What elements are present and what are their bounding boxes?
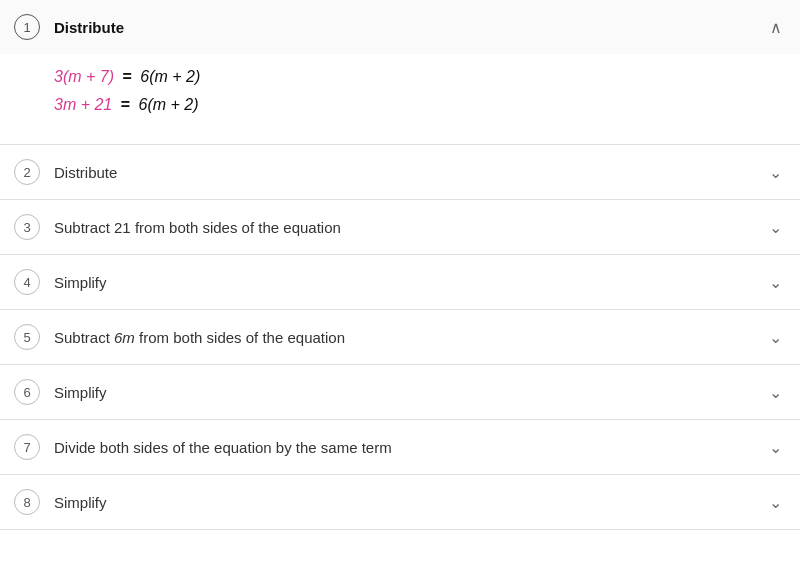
step-6-header[interactable]: 6 Simplify ⌄ — [0, 365, 800, 419]
step-8-chevron-down-icon: ⌄ — [769, 493, 782, 512]
step-3-chevron-down-icon: ⌄ — [769, 218, 782, 237]
step-7-header[interactable]: 7 Divide both sides of the equation by t… — [0, 420, 800, 474]
step-1-number: 1 — [14, 14, 40, 40]
step-5-number: 5 — [14, 324, 40, 350]
step-5-label: Subtract 6m from both sides of the equat… — [54, 329, 761, 346]
step-5-chevron-down-icon: ⌄ — [769, 328, 782, 347]
step-7: 7 Divide both sides of the equation by t… — [0, 420, 800, 475]
step-2-label: Distribute — [54, 164, 761, 181]
step-4-chevron-down-icon: ⌄ — [769, 273, 782, 292]
step-8-number: 8 — [14, 489, 40, 515]
step-1-chevron-up-icon: ∧ — [770, 18, 782, 37]
math-line-2: 3m + 21 = 6(m + 2) — [54, 96, 782, 114]
math-line-1-pink: 3(m + 7) — [54, 68, 114, 85]
step-1: 1 Distribute ∧ 3(m + 7) = 6(m + 2) 3m + … — [0, 0, 800, 145]
step-6: 6 Simplify ⌄ — [0, 365, 800, 420]
step-2-header[interactable]: 2 Distribute ⌄ — [0, 145, 800, 199]
step-5-header[interactable]: 5 Subtract 6m from both sides of the equ… — [0, 310, 800, 364]
step-6-chevron-down-icon: ⌄ — [769, 383, 782, 402]
step-8: 8 Simplify ⌄ — [0, 475, 800, 530]
step-3-number: 3 — [14, 214, 40, 240]
step-3: 3 Subtract 21 from both sides of the equ… — [0, 200, 800, 255]
step-1-content: 3(m + 7) = 6(m + 2) 3m + 21 = 6(m + 2) — [0, 54, 800, 144]
step-4-label: Simplify — [54, 274, 761, 291]
step-7-label: Divide both sides of the equation by the… — [54, 439, 761, 456]
math-line-1-black: 6(m + 2) — [140, 68, 200, 85]
step-2-chevron-down-icon: ⌄ — [769, 163, 782, 182]
step-2-number: 2 — [14, 159, 40, 185]
math-line-2-eq: = — [121, 96, 130, 113]
math-line-1: 3(m + 7) = 6(m + 2) — [54, 68, 782, 86]
step-1-label: Distribute — [54, 19, 762, 36]
step-5: 5 Subtract 6m from both sides of the equ… — [0, 310, 800, 365]
math-line-2-black: 6(m + 2) — [139, 96, 199, 113]
step-6-number: 6 — [14, 379, 40, 405]
step-3-header[interactable]: 3 Subtract 21 from both sides of the equ… — [0, 200, 800, 254]
step-1-header[interactable]: 1 Distribute ∧ — [0, 0, 800, 54]
math-line-1-eq: = — [122, 68, 131, 85]
step-4: 4 Simplify ⌄ — [0, 255, 800, 310]
step-4-number: 4 — [14, 269, 40, 295]
step-4-header[interactable]: 4 Simplify ⌄ — [0, 255, 800, 309]
math-line-2-pink: 3m + 21 — [54, 96, 112, 113]
step-3-label: Subtract 21 from both sides of the equat… — [54, 219, 761, 236]
step-6-label: Simplify — [54, 384, 761, 401]
step-7-number: 7 — [14, 434, 40, 460]
step-8-label: Simplify — [54, 494, 761, 511]
step-2: 2 Distribute ⌄ — [0, 145, 800, 200]
step-7-chevron-down-icon: ⌄ — [769, 438, 782, 457]
step-8-header[interactable]: 8 Simplify ⌄ — [0, 475, 800, 529]
